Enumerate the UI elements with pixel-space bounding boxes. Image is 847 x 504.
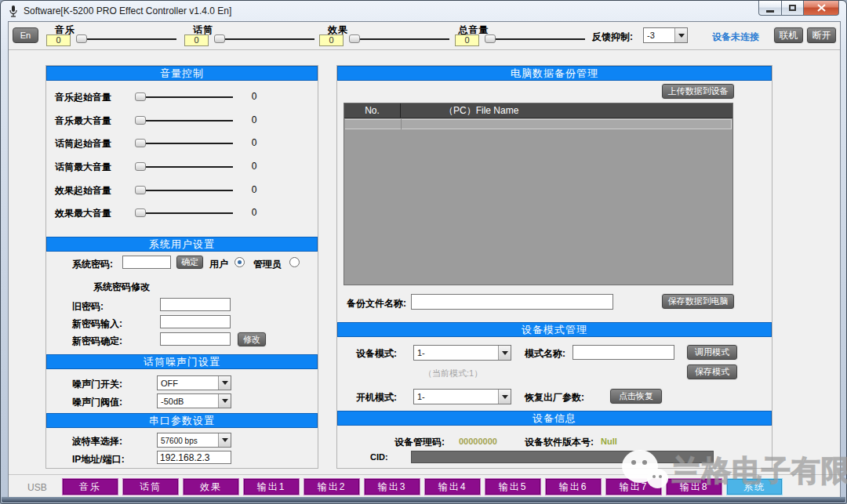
slider-handle[interactable] <box>135 186 146 194</box>
old-password-input[interactable] <box>160 298 231 311</box>
slider-track[interactable] <box>135 166 233 168</box>
channel-button-output1[interactable]: 输出1 <box>243 478 300 495</box>
slider-handle[interactable] <box>349 34 360 43</box>
baud-rate-select[interactable]: 57600 bps <box>157 433 231 448</box>
backup-filename-label: 备份文件名称: <box>347 297 406 310</box>
save-to-pc-button[interactable]: 保存数据到电脑 <box>662 294 734 309</box>
slider-value: 0 <box>242 91 266 102</box>
slider-value: 0 <box>242 114 266 125</box>
connect-button[interactable]: 联机 <box>774 27 803 43</box>
noise-gate-switch-select[interactable]: OFF <box>157 375 231 390</box>
dropdown-arrow-icon[interactable] <box>674 28 687 42</box>
channel-button-output7[interactable]: 输出7 <box>605 478 662 495</box>
slider-label: 音乐最大音量 <box>55 114 111 128</box>
slider-track[interactable] <box>135 96 233 98</box>
dropdown-arrow-icon[interactable] <box>218 394 231 408</box>
channel-buttons: 音乐 话筒 效果 输出1 输出2 输出3 输出4 输出5 输出6 输出7 输出8… <box>62 478 783 495</box>
slider-handle[interactable] <box>214 34 225 43</box>
mode-name-label: 模式名称: <box>525 347 565 361</box>
close-button[interactable] <box>804 1 839 16</box>
slider-track[interactable] <box>135 143 233 144</box>
slider-track[interactable] <box>135 212 233 214</box>
slider-track[interactable] <box>135 120 233 121</box>
dropdown-arrow-icon[interactable] <box>218 376 231 390</box>
current-mode-note: （当前模式:1） <box>424 368 482 379</box>
backup-filename-input[interactable] <box>411 294 613 310</box>
slider-handle[interactable] <box>135 162 146 171</box>
slider-handle[interactable] <box>485 34 496 43</box>
new-password-input[interactable] <box>160 315 231 328</box>
section-header-serial-port: 串口参数设置 <box>46 413 318 428</box>
device-mode-value: 1- <box>417 348 425 357</box>
slider-handle[interactable] <box>135 208 146 217</box>
volume-slider-row: 音乐起始音量 0 <box>46 87 318 106</box>
system-password-label: 系统密码: <box>72 258 113 271</box>
table-column-divider <box>401 119 402 129</box>
slider-track[interactable] <box>135 190 233 191</box>
noise-gate-threshold-label: 噪声门阀值: <box>72 396 122 409</box>
backup-table[interactable]: No. （PC）File Name <box>344 103 733 285</box>
microphone-icon <box>8 5 19 18</box>
disconnect-button[interactable]: 断开 <box>807 27 836 43</box>
volume-slider-row: 效果起始音量 0 <box>46 180 318 199</box>
feedback-suppression-select[interactable]: -3 <box>643 27 688 43</box>
save-mode-button[interactable]: 保存模式 <box>687 364 737 379</box>
slider-label: 话筒最大音量 <box>55 161 111 174</box>
volume-slider-row: 话筒起始音量 0 <box>46 133 318 152</box>
section-header-noise-gate: 话筒噪声门设置 <box>46 354 318 369</box>
slider-handle[interactable] <box>135 92 146 101</box>
confirm-password-label: 新密码确定: <box>72 335 122 348</box>
channel-button-output4[interactable]: 输出4 <box>424 478 481 495</box>
noise-gate-threshold-select[interactable]: -50dB <box>157 393 231 408</box>
minimize-button[interactable] <box>758 1 782 16</box>
confirm-password-input[interactable] <box>160 332 231 346</box>
ip-address-input[interactable] <box>157 451 231 464</box>
close-icon <box>817 4 826 12</box>
admin-radio[interactable] <box>289 257 300 267</box>
factory-restore-button[interactable]: 点击恢复 <box>610 389 662 404</box>
language-button[interactable]: En <box>13 27 38 43</box>
slider-track[interactable] <box>76 38 176 40</box>
channel-button-output8[interactable]: 输出8 <box>666 478 722 495</box>
slider-track[interactable] <box>214 38 314 40</box>
slider-value: 0 <box>319 34 344 46</box>
channel-button-mic[interactable]: 话筒 <box>122 478 179 495</box>
ip-address-label: IP地址/端口: <box>72 453 125 466</box>
channel-button-output2[interactable]: 输出2 <box>304 478 360 495</box>
slider-handle[interactable] <box>135 139 146 147</box>
channel-button-music[interactable]: 音乐 <box>62 478 118 495</box>
dropdown-arrow-icon[interactable] <box>218 433 231 447</box>
slider-track[interactable] <box>349 38 449 40</box>
slider-value: 0 <box>46 34 71 46</box>
channel-button-output3[interactable]: 输出3 <box>364 478 420 495</box>
channel-button-output5[interactable]: 输出5 <box>485 478 541 495</box>
user-radio[interactable] <box>234 257 245 267</box>
channel-button-output6[interactable]: 输出6 <box>545 478 602 495</box>
mode-name-input[interactable] <box>573 345 674 360</box>
version-label: 设备软件版本号: <box>525 436 594 449</box>
table-header: No. （PC）File Name <box>344 103 732 118</box>
slider-label: 音乐起始音量 <box>55 91 111 104</box>
channel-button-effect[interactable]: 效果 <box>183 478 239 495</box>
call-mode-button[interactable]: 调用模式 <box>687 345 737 360</box>
system-password-input[interactable] <box>122 256 171 269</box>
feedback-suppression-value: -3 <box>647 31 655 40</box>
device-mode-select[interactable]: 1- <box>413 345 511 361</box>
slider-handle[interactable] <box>135 116 146 125</box>
table-empty-row[interactable] <box>345 119 732 129</box>
password-modify-button[interactable]: 修改 <box>238 332 266 346</box>
dropdown-arrow-icon[interactable] <box>498 346 511 360</box>
titlebar[interactable]: Software[K-5200 PRO Effect Controller v1… <box>1 1 846 21</box>
slider-track[interactable] <box>485 38 585 40</box>
boot-mode-select[interactable]: 1- <box>413 389 511 404</box>
maximize-button[interactable] <box>782 1 804 16</box>
slider-handle[interactable] <box>76 34 87 43</box>
cid-value-bar <box>411 451 714 463</box>
dropdown-arrow-icon[interactable] <box>498 390 511 404</box>
slider-value: 0 <box>242 137 266 148</box>
boot-mode-value: 1- <box>417 392 425 401</box>
section-header-volume-control: 音量控制 <box>46 66 318 81</box>
upload-to-device-button[interactable]: 上传数据到设备 <box>662 84 734 99</box>
system-tab-button[interactable]: 系统 <box>726 478 783 495</box>
password-confirm-button[interactable]: 确定 <box>176 256 203 269</box>
